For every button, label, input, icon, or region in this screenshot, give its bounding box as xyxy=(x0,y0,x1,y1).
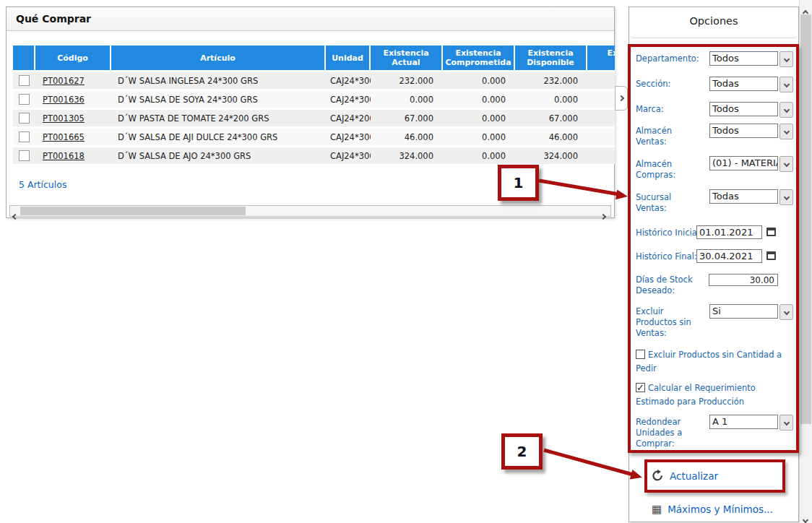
seccion-value[interactable]: Todas xyxy=(709,77,778,91)
existencia-disponible-cell: 46.000 xyxy=(515,126,587,145)
existencia-disponible-cell: 232.000 xyxy=(515,70,587,89)
existencia-comprometida-cell: 0.000 xyxy=(443,89,515,108)
col-header-existencia-actual[interactable]: Existencia Actual xyxy=(371,46,443,70)
dias-stock-label: Días de Stock Deseado: xyxy=(636,275,708,296)
calcular-requerimiento-label: Calcular el Requerimiento Estimado para … xyxy=(636,383,756,407)
codigo-link[interactable]: PT001636 xyxy=(35,89,111,108)
chevron-down-icon[interactable] xyxy=(779,304,793,320)
existencia-actual-cell: 67.000 xyxy=(371,108,443,126)
unidad-cell: CAJ24*300 xyxy=(326,126,371,145)
almacen-ventas-select[interactable]: Todos xyxy=(709,124,793,139)
redondear-label: Redondear Unidades a Comprar: xyxy=(636,417,708,449)
existencia-comprometida-cell: 0.000 xyxy=(443,126,515,145)
existencia-disponible-cell: 67.000 xyxy=(515,108,587,126)
scroll-left-icon[interactable] xyxy=(13,208,20,215)
row-checkbox[interactable] xyxy=(19,94,30,105)
actualizar-button[interactable]: Actualizar xyxy=(652,470,718,482)
redondear-select[interactable]: A 1 xyxy=(709,415,793,431)
maximos-minimos-label: Máximos y Mínimos... xyxy=(668,503,773,515)
vertical-scrollbar[interactable] xyxy=(799,0,812,523)
row-checkbox[interactable] xyxy=(19,113,30,124)
col-header-articulo[interactable]: Artículo xyxy=(111,46,326,70)
excluir-sin-ventas-label: Excluir Productos sin Ventas: xyxy=(636,306,708,339)
scroll-down-icon[interactable] xyxy=(803,511,811,519)
marca-value[interactable]: Todos xyxy=(709,102,778,116)
col-header-unidad[interactable]: Unidad xyxy=(326,46,371,70)
scroll-up-icon[interactable] xyxy=(803,4,811,12)
articles-count-link[interactable]: 5 Artículos xyxy=(19,179,66,190)
calcular-requerimiento-checkbox-row[interactable]: ✓Calcular el Requerimiento Estimado para… xyxy=(636,381,786,409)
col-header-existencia-comprometida[interactable]: Existencia Comprometida xyxy=(443,46,515,70)
chevron-down-icon[interactable] xyxy=(779,156,793,172)
excluir-sin-ventas-select[interactable]: Si xyxy=(709,304,793,320)
scroll-right-icon[interactable] xyxy=(601,208,608,215)
sucursal-ventas-select[interactable]: Todas xyxy=(709,189,793,205)
almacen-compras-value[interactable]: (01) - MATERIA xyxy=(709,156,778,170)
chevron-down-icon[interactable] xyxy=(779,102,793,118)
redondear-value[interactable]: A 1 xyxy=(709,415,778,429)
excluir-sin-ventas-value[interactable]: Si xyxy=(709,304,778,319)
calculator-grid-icon: ▦ xyxy=(652,504,662,515)
row-checkbox[interactable] xyxy=(19,150,30,161)
codigo-link[interactable]: PT001627 xyxy=(35,70,111,89)
departamento-select[interactable]: Todos xyxy=(709,51,793,67)
maximos-minimos-button[interactable]: ▦ Máximos y Mínimos... xyxy=(652,503,773,515)
dias-stock-input[interactable]: 30.00 xyxy=(709,274,778,286)
articles-table-container: Código Artículo Unidad Existencia Actual… xyxy=(13,46,615,177)
arrow-2-icon xyxy=(544,450,642,479)
unidad-cell: CAJ24*300 xyxy=(326,145,371,164)
codigo-link[interactable]: PT001305 xyxy=(35,108,111,126)
chevron-down-icon[interactable] xyxy=(779,415,793,431)
unidad-cell: CAJ24*200 xyxy=(326,108,371,126)
annotation-step-2: 2 xyxy=(501,433,543,470)
actualizar-label: Actualizar xyxy=(670,470,718,482)
table-row: PT001618 D´W SALSA DE AJO 24*300 GRS CAJ… xyxy=(13,145,615,164)
existencia-comprometida-cell: 0.000 xyxy=(443,108,515,126)
unidad-cell: CAJ24*300 xyxy=(326,89,371,108)
historico-inicial-label: Histórico Inicial: xyxy=(636,228,702,238)
almacen-ventas-value[interactable]: Todos xyxy=(709,124,778,138)
calendar-icon[interactable] xyxy=(765,249,777,262)
codigo-link[interactable]: PT001665 xyxy=(35,126,111,145)
historico-final-input[interactable]: 30.04.2021 xyxy=(696,249,762,263)
table-header-row: Código Artículo Unidad Existencia Actual… xyxy=(13,46,615,70)
sucursal-ventas-value[interactable]: Todas xyxy=(709,189,778,204)
marca-label: Marca: xyxy=(636,104,708,115)
options-panel: Opciones Departamento: Todos Sección: To… xyxy=(629,7,799,522)
chevron-down-icon[interactable] xyxy=(779,77,793,92)
row-checkbox[interactable] xyxy=(19,131,30,142)
chevron-down-icon[interactable] xyxy=(779,189,793,205)
checkbox-checked[interactable]: ✓ xyxy=(636,383,645,392)
vertical-scrollbar-thumb[interactable] xyxy=(800,14,811,424)
excluir-sin-cantidad-checkbox-row[interactable]: Excluir Productos sin Cantidad a Pedir xyxy=(636,348,798,376)
historico-final-label: Histórico Final: xyxy=(636,251,702,262)
chevron-down-icon[interactable] xyxy=(779,124,793,139)
unidad-cell: CAJ24*300 xyxy=(326,70,371,89)
table-row: PT001636 D´W SALSA DE SOYA 24*300 GRS CA… xyxy=(13,89,615,108)
historico-inicial-input[interactable]: 01.01.2021 xyxy=(696,225,762,239)
horizontal-scrollbar[interactable] xyxy=(9,205,611,217)
refresh-icon xyxy=(652,470,664,482)
col-header-existencia-por[interactable]: Existencia Por xyxy=(587,46,615,70)
expand-panel-tab[interactable] xyxy=(615,86,628,111)
articulo-cell: D´W PASTA DE TOMATE 24*200 GRS xyxy=(111,108,326,126)
seccion-select[interactable]: Todas xyxy=(709,77,793,92)
horizontal-scrollbar-thumb[interactable] xyxy=(20,207,246,215)
departamento-value[interactable]: Todos xyxy=(709,51,778,66)
articulo-cell: D´W SALSA DE AJO 24*300 GRS xyxy=(111,145,326,164)
options-title: Opciones xyxy=(629,15,798,27)
calendar-icon[interactable] xyxy=(765,225,777,238)
articles-table: Código Artículo Unidad Existencia Actual… xyxy=(13,46,615,164)
col-header-codigo[interactable]: Código xyxy=(35,46,111,70)
chevron-down-icon[interactable] xyxy=(779,51,793,67)
sucursal-ventas-label: Sucursal Ventas: xyxy=(636,192,708,214)
codigo-link[interactable]: PT001618 xyxy=(35,145,111,164)
chevron-right-icon xyxy=(618,95,624,101)
almacen-ventas-label: Almacén Ventas: xyxy=(636,126,708,147)
marca-select[interactable]: Todos xyxy=(709,102,793,118)
almacen-compras-select[interactable]: (01) - MATERIA xyxy=(709,156,793,172)
row-checkbox[interactable] xyxy=(19,75,30,86)
col-header-existencia-disponible[interactable]: Existencia Disponible xyxy=(515,46,587,70)
existencia-actual-cell: 324.000 xyxy=(371,145,443,164)
checkbox-unchecked[interactable] xyxy=(636,350,645,359)
